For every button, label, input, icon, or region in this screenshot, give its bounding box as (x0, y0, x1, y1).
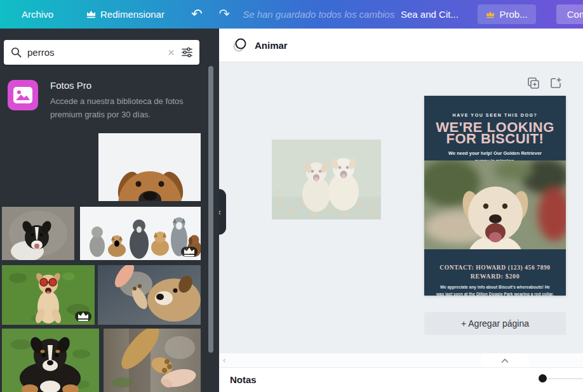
photo-result[interactable] (98, 133, 201, 201)
dog-peek-image (98, 133, 201, 201)
notes-label: Notas (230, 374, 257, 385)
animate-label: Animar (255, 40, 288, 51)
puppy-finger-image (98, 265, 201, 325)
search-box[interactable]: × (4, 40, 199, 65)
promo-text: Fotos Pro Accede a nuestra biblioteca de… (50, 80, 203, 121)
context-toolbar: Animar (219, 29, 583, 62)
filter-icon[interactable] (181, 46, 193, 58)
collie-image (2, 207, 74, 260)
premium-crown-badge (75, 311, 91, 322)
undo-button[interactable]: ↶ (189, 6, 205, 22)
promo-description: Accede a nuestra biblioteca de fotos pre… (50, 95, 203, 121)
animate-button[interactable]: Animar (227, 34, 293, 56)
poster-dog-photo (424, 160, 566, 249)
photos-sidebar: × Fotos Pro Accede a nuestra biblioteca … (0, 29, 219, 392)
search-input[interactable] (27, 47, 161, 58)
photo-result[interactable] (2, 329, 99, 392)
poster-tagline: HAVE YOU SEEN THIS DOG? (424, 113, 566, 117)
crown-icon (86, 10, 96, 18)
clear-search-icon[interactable]: × (166, 46, 176, 58)
poster-contact-line: CONTACT: HOWARD (123) 456 7890 (424, 265, 566, 271)
page-actions (527, 77, 562, 91)
try-pro-button[interactable]: Prob... (478, 4, 536, 24)
notes-panel-toggle[interactable] (481, 353, 529, 367)
chevron-up-icon (500, 358, 509, 363)
resize-label: Redimensionar (100, 9, 164, 20)
canva-editor: Archivo Redimensionar ↶ ↷ Se han guardad… (0, 0, 583, 392)
document-title[interactable]: Sea and Cit... (401, 9, 459, 20)
zoom-slider-track[interactable] (547, 378, 583, 379)
sidebar-scrollbar[interactable] (208, 66, 213, 353)
autosave-status: Se han guardado todos los cambios (243, 9, 394, 20)
add-page-icon-button[interactable] (549, 77, 562, 91)
photo-result[interactable] (104, 329, 201, 392)
zoom-slider-knob[interactable] (539, 374, 547, 382)
fotos-pro-promo[interactable]: Fotos Pro Accede a nuestra biblioteca de… (8, 80, 198, 121)
top-menu-bar: Archivo Redimensionar ↶ ↷ Se han guardad… (0, 0, 583, 29)
crown-icon (486, 11, 495, 18)
paw-shake-image (104, 329, 201, 392)
photo-result[interactable] (2, 207, 74, 260)
photo-result[interactable] (98, 265, 201, 325)
photo-result[interactable] (80, 207, 201, 260)
resize-menu[interactable]: Redimensionar (86, 9, 164, 20)
dragged-image-ghost[interactable] (272, 140, 381, 219)
poster-reward-line: REWARD: $200 (424, 273, 566, 280)
notes-panel: Notas (219, 367, 583, 392)
premium-crown-badge (181, 247, 198, 257)
photo-result[interactable] (2, 265, 95, 325)
share-label: Comp... (567, 9, 583, 20)
promo-title: Fotos Pro (50, 80, 203, 91)
animate-icon (232, 37, 248, 53)
puppies-field-image (272, 140, 381, 219)
add-page-button[interactable]: + Agregar página (424, 312, 566, 335)
file-menu[interactable]: Archivo (22, 9, 53, 20)
design-page-poster[interactable]: HAVE YOU SEEN THIS DOG? WE'RE LOOKING FO… (424, 96, 566, 296)
bernese-puppy-image (2, 329, 99, 392)
poster-footnote: We appreciate any info about Biscuit's w… (436, 284, 554, 297)
share-button[interactable]: Comp... (556, 4, 583, 24)
photo-icon (8, 80, 38, 110)
try-pro-label: Prob... (499, 9, 527, 20)
search-icon (10, 46, 22, 58)
redo-button[interactable]: ↷ (217, 6, 233, 22)
scroll-left-icon[interactable]: ‹ (223, 355, 225, 365)
duplicate-page-button[interactable] (527, 77, 540, 91)
